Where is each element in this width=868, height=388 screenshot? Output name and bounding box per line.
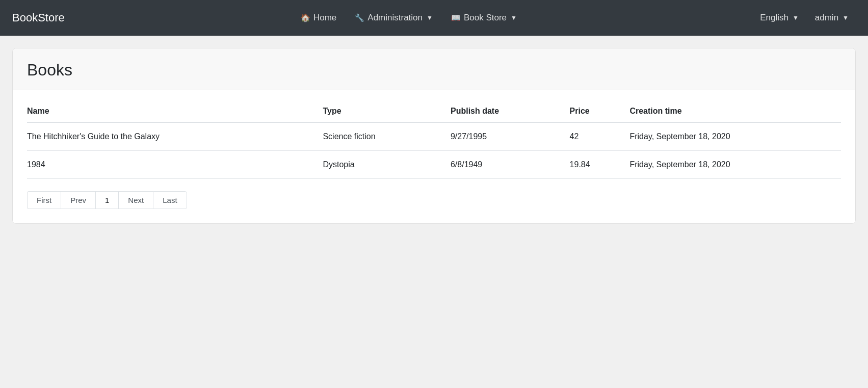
pagination-first-button[interactable]: First bbox=[27, 191, 61, 209]
cell-name: 1984 bbox=[27, 151, 323, 179]
navbar-center: Home Administration ▼ Book Store ▼ bbox=[294, 9, 524, 27]
col-type: Type bbox=[323, 100, 451, 122]
card-body: Name Type Publish date Price Creation ti… bbox=[13, 90, 855, 223]
bookstore-caret: ▼ bbox=[511, 14, 517, 21]
pagination-next-button[interactable]: Next bbox=[118, 191, 153, 209]
navbar: BookStore Home Administration ▼ Book Sto… bbox=[0, 0, 868, 36]
nav-home-label: Home bbox=[313, 13, 336, 23]
card-header: Books bbox=[13, 48, 855, 90]
cell-publish-date: 9/27/1995 bbox=[451, 122, 570, 151]
col-name: Name bbox=[27, 100, 323, 122]
books-table: Name Type Publish date Price Creation ti… bbox=[27, 100, 841, 179]
col-price: Price bbox=[570, 100, 630, 122]
cell-type: Science fiction bbox=[323, 122, 451, 151]
wrench-icon bbox=[355, 13, 364, 23]
nav-bookstore[interactable]: Book Store ▼ bbox=[444, 9, 524, 27]
cell-price: 42 bbox=[570, 122, 630, 151]
brand-logo[interactable]: BookStore bbox=[12, 11, 65, 24]
navbar-right: English ▼ admin ▼ bbox=[753, 9, 856, 27]
books-card: Books Name Type Publish date Price Creat… bbox=[12, 48, 856, 224]
book-icon bbox=[451, 13, 461, 23]
nav-bookstore-label: Book Store bbox=[464, 13, 507, 23]
table-header: Name Type Publish date Price Creation ti… bbox=[27, 100, 841, 122]
nav-administration-label: Administration bbox=[367, 13, 423, 23]
table-body: The Hitchhiker's Guide to the Galaxy Sci… bbox=[27, 122, 841, 179]
col-publish-date: Publish date bbox=[451, 100, 570, 122]
administration-caret: ▼ bbox=[427, 14, 433, 21]
cell-price: 19.84 bbox=[570, 151, 630, 179]
nav-home[interactable]: Home bbox=[294, 9, 344, 27]
pagination: First Prev 1 Next Last bbox=[27, 191, 841, 209]
page-title: Books bbox=[27, 61, 841, 80]
pagination-prev-button[interactable]: Prev bbox=[61, 191, 95, 209]
pagination-last-button[interactable]: Last bbox=[153, 191, 187, 209]
cell-creation-time: Friday, September 18, 2020 bbox=[629, 122, 841, 151]
col-creation-time: Creation time bbox=[629, 100, 841, 122]
user-caret: ▼ bbox=[843, 14, 849, 21]
user-label: admin bbox=[815, 13, 838, 23]
home-icon bbox=[301, 13, 310, 23]
cell-creation-time: Friday, September 18, 2020 bbox=[629, 151, 841, 179]
pagination-current-page[interactable]: 1 bbox=[95, 191, 118, 209]
language-caret: ▼ bbox=[793, 14, 799, 21]
cell-publish-date: 6/8/1949 bbox=[451, 151, 570, 179]
nav-user[interactable]: admin ▼ bbox=[808, 9, 856, 27]
table-header-row: Name Type Publish date Price Creation ti… bbox=[27, 100, 841, 122]
table-row: The Hitchhiker's Guide to the Galaxy Sci… bbox=[27, 122, 841, 151]
language-label: English bbox=[760, 13, 788, 23]
nav-administration[interactable]: Administration ▼ bbox=[348, 9, 440, 27]
cell-name: The Hitchhiker's Guide to the Galaxy bbox=[27, 122, 323, 151]
cell-type: Dystopia bbox=[323, 151, 451, 179]
main-content: Books Name Type Publish date Price Creat… bbox=[0, 36, 868, 236]
table-row: 1984 Dystopia 6/8/1949 19.84 Friday, Sep… bbox=[27, 151, 841, 179]
nav-language[interactable]: English ▼ bbox=[753, 9, 806, 27]
